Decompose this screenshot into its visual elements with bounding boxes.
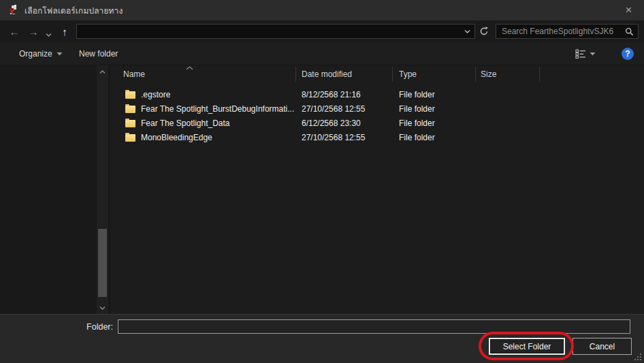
column-header-type[interactable]: Type — [399, 65, 417, 83]
list-view-icon — [575, 49, 587, 59]
dialog-footer: Folder: Select Folder Cancel — [0, 314, 644, 363]
column-divider[interactable] — [392, 67, 393, 82]
file-name: Fear The Spotlight_Data — [141, 116, 296, 130]
table-row[interactable]: MonoBleedingEdge 27/10/2568 12:55 File f… — [110, 130, 644, 144]
folder-label: Folder: — [68, 322, 113, 332]
chevron-down-icon — [57, 52, 63, 56]
table-row[interactable]: Fear The Spotlight_Data 6/12/2568 23:30 … — [110, 116, 644, 130]
close-icon[interactable]: × — [613, 0, 644, 20]
forward-button[interactable]: → — [25, 23, 42, 40]
navigation-pane — [0, 65, 109, 314]
sort-ascending-icon — [186, 66, 193, 70]
refresh-icon[interactable] — [477, 24, 492, 39]
address-dropdown-chevron-icon[interactable] — [460, 29, 474, 33]
resize-grip[interactable] — [634, 353, 642, 361]
scroll-up-icon[interactable] — [97, 67, 108, 77]
help-button[interactable]: ? — [622, 48, 634, 60]
file-name: .egstore — [141, 87, 296, 101]
search-input[interactable] — [496, 27, 620, 36]
folder-icon — [125, 101, 135, 116]
sidebar-scrollbar[interactable] — [97, 65, 108, 314]
folder-icon — [125, 116, 135, 130]
file-date: 6/12/2568 23:30 — [302, 116, 361, 130]
folder-name-input[interactable] — [118, 319, 630, 334]
chevron-down-icon — [590, 52, 596, 56]
file-name: Fear The Spotlight_BurstDebugInformati..… — [141, 101, 296, 116]
file-list: Name Date modified Type Size .egstore 8/… — [109, 65, 644, 314]
organize-label: Organize — [19, 49, 52, 59]
file-type: File folder — [399, 116, 435, 130]
column-divider[interactable] — [295, 67, 296, 82]
new-folder-button[interactable]: New folder — [79, 42, 118, 65]
organize-button[interactable]: Organize — [19, 42, 63, 65]
file-name: MonoBleedingEdge — [141, 130, 296, 144]
folder-icon — [125, 130, 135, 144]
column-header-size[interactable]: Size — [481, 65, 496, 83]
column-headers: Name Date modified Type Size — [110, 65, 644, 83]
file-type: File folder — [399, 101, 435, 116]
address-input[interactable] — [77, 27, 460, 36]
column-divider[interactable] — [539, 67, 540, 82]
view-options-button[interactable] — [575, 42, 596, 65]
recent-locations-chevron-icon[interactable] — [43, 27, 54, 43]
table-row[interactable]: Fear The Spotlight_BurstDebugInformati..… — [110, 101, 644, 116]
scrollbar-thumb[interactable] — [98, 229, 107, 297]
folder-icon — [125, 87, 135, 101]
file-type: File folder — [399, 130, 435, 144]
new-folder-label: New folder — [79, 49, 118, 59]
column-header-date-modified[interactable]: Date modified — [302, 65, 352, 83]
file-date: 27/10/2568 12:55 — [302, 101, 365, 116]
main-area: Name Date modified Type Size .egstore 8/… — [0, 65, 644, 314]
command-toolbar: Organize New folder ? — [0, 42, 644, 65]
search-icon[interactable] — [620, 27, 638, 36]
column-divider[interactable] — [475, 67, 476, 82]
folder-picker-dialog: เลือกโฟลเดอร์เกมปลายทาง × ← → ↑ — [0, 0, 644, 363]
file-date: 8/12/2568 21:16 — [302, 87, 361, 101]
title-bar: เลือกโฟลเดอร์เกมปลายทาง × — [0, 0, 644, 20]
address-bar[interactable] — [76, 24, 475, 39]
table-row[interactable]: .egstore 8/12/2568 21:16 File folder — [110, 87, 644, 101]
select-folder-button[interactable]: Select Folder — [489, 338, 565, 355]
window-title: เลือกโฟลเดอร์เกมปลายทาง — [25, 4, 123, 17]
navigation-bar: ← → ↑ — [0, 20, 644, 42]
search-box[interactable] — [496, 24, 639, 39]
up-button[interactable]: ↑ — [56, 23, 74, 40]
column-header-name[interactable]: Name — [123, 65, 145, 83]
file-date: 27/10/2568 12:55 — [302, 130, 365, 144]
back-button[interactable]: ← — [5, 23, 23, 40]
scroll-down-icon[interactable] — [97, 302, 108, 313]
file-rows: .egstore 8/12/2568 21:16 File folder Fea… — [110, 87, 644, 144]
cancel-button[interactable]: Cancel — [573, 338, 632, 355]
app-game-icon — [7, 5, 18, 16]
file-type: File folder — [399, 87, 435, 101]
